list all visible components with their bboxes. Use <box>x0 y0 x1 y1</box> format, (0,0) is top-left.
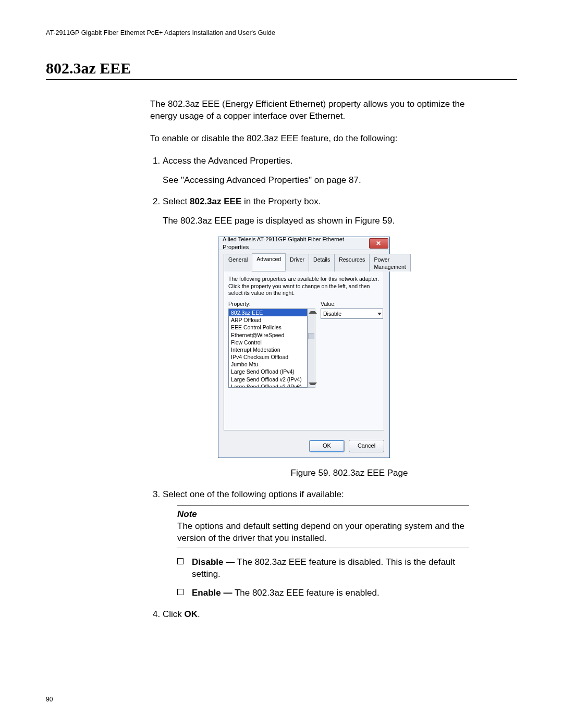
scrollbar-thumb[interactable] <box>308 333 314 339</box>
option-enable: Enable — The 802.3az EEE feature is enab… <box>177 587 484 599</box>
tab-details[interactable]: Details <box>309 254 335 272</box>
properties-dialog: Allied Telesis AT-2911GP Gigabit Fiber E… <box>218 237 390 458</box>
step-2: Select 802.3az EEE in the Property box. … <box>163 196 484 479</box>
tab-advanced[interactable]: Advanced <box>252 253 286 271</box>
list-item[interactable]: EEE Control Policies <box>229 324 307 331</box>
chevron-down-icon <box>377 313 382 315</box>
dialog-titlebar: Allied Telesis AT-2911GP Gigabit Fiber E… <box>218 237 389 250</box>
dialog-body: GeneralAdvancedDriverDetailsResourcesPow… <box>218 250 389 436</box>
step-4-bold: OK <box>185 609 198 619</box>
step-2-bold: 802.3az EEE <box>190 196 241 206</box>
tab-panel-advanced: The following properties are available f… <box>224 272 384 430</box>
ok-button[interactable]: OK <box>309 440 345 452</box>
intro-paragraph-2: To enable or disable the 802.3az EEE fea… <box>150 133 484 145</box>
steps-list: Access the Advanced Properties. See "Acc… <box>150 155 484 621</box>
figure-caption: Figure 59. 802.3az EEE Page <box>215 467 484 479</box>
property-label: Property: <box>228 300 315 307</box>
list-item[interactable]: Ethernet@WireSpeed <box>229 331 307 339</box>
step-2-post: in the Property box. <box>241 196 321 206</box>
step-1-sub: See "Accessing Advanced Properties" on p… <box>163 175 484 187</box>
list-item[interactable]: ARP Offload <box>229 316 307 324</box>
dialog-button-bar: OK Cancel <box>218 436 389 458</box>
list-item[interactable]: Large Send Offload v2 (IPv4) <box>229 376 307 383</box>
value-label: Value: <box>321 300 383 307</box>
step-4: Click OK. <box>163 609 484 621</box>
option-disable: Disable — The 802.3az EEE feature is dis… <box>177 557 484 581</box>
listbox-scrollbar[interactable] <box>308 309 315 388</box>
list-item[interactable]: 802.3az EEE <box>229 309 307 316</box>
document-page: AT-2911GP Gigabit Fiber Ethernet PoE+ Ad… <box>0 0 563 728</box>
options-list: Disable — The 802.3az EEE feature is dis… <box>177 557 484 600</box>
property-listbox[interactable]: 802.3az EEEARP OffloadEEE Control Polici… <box>228 309 308 388</box>
body-column: The 802.3az EEE (Energy Efficient Ethern… <box>150 98 484 621</box>
step-4-post: . <box>198 609 200 619</box>
close-icon[interactable]: ✕ <box>369 238 388 249</box>
note-label: Note <box>177 509 197 519</box>
tab-general[interactable]: General <box>224 254 252 272</box>
figure-59: Allied Telesis AT-2911GP Gigabit Fiber E… <box>218 237 484 458</box>
value-column: Value: Disable <box>321 300 383 388</box>
step-1-text: Access the Advanced Properties. <box>163 156 292 166</box>
option-enable-text: The 802.3az EEE feature is enabled. <box>232 588 379 598</box>
step-4-pre: Click <box>163 609 185 619</box>
dialog-title-text: Allied Telesis AT-2911GP Gigabit Fiber E… <box>223 236 369 251</box>
tab-driver[interactable]: Driver <box>285 254 309 272</box>
dialog-description: The following properties are available f… <box>228 276 380 297</box>
dialog-tabs: GeneralAdvancedDriverDetailsResourcesPow… <box>224 253 384 272</box>
title-rule <box>46 79 517 80</box>
intro-paragraph-1: The 802.3az EEE (Energy Efficient Ethern… <box>150 98 484 122</box>
value-dropdown-text: Disable <box>323 310 341 317</box>
note-rule-top <box>177 505 469 505</box>
page-title: 802.3az EEE <box>46 59 517 77</box>
note-rule-bottom <box>177 548 469 548</box>
step-2-sub: The 802.3az EEE page is displayed as sho… <box>163 215 484 227</box>
list-item[interactable]: Large Send Offload v2 (IPv6) <box>229 383 307 388</box>
property-value-row: Property: 802.3az EEEARP OffloadEEE Cont… <box>228 300 380 388</box>
list-item[interactable]: Large Send Offload (IPv4) <box>229 368 307 375</box>
tab-resources[interactable]: Resources <box>334 254 370 272</box>
option-disable-bold: Disable — <box>192 557 235 567</box>
step-2-pre: Select <box>163 196 190 206</box>
step-1: Access the Advanced Properties. See "Acc… <box>163 155 484 187</box>
step-3: Select one of the following options if a… <box>163 489 484 600</box>
value-dropdown[interactable]: Disable <box>321 309 383 319</box>
note-block: Note The options and default setting dep… <box>177 505 484 548</box>
list-item[interactable]: IPv4 Checksum Offload <box>229 353 307 361</box>
tab-power-management[interactable]: Power Management <box>369 254 410 272</box>
property-listbox-wrap: 802.3az EEEARP OffloadEEE Control Polici… <box>228 309 315 388</box>
note-text: The options and default setting depend o… <box>177 521 484 545</box>
option-enable-bold: Enable — <box>192 588 232 598</box>
list-item[interactable]: Flow Control <box>229 339 307 346</box>
property-column: Property: 802.3az EEEARP OffloadEEE Cont… <box>228 300 315 388</box>
list-item[interactable]: Interrupt Moderation <box>229 346 307 353</box>
step-3-text: Select one of the following options if a… <box>163 489 344 499</box>
running-header: AT-2911GP Gigabit Fiber Ethernet PoE+ Ad… <box>46 29 517 36</box>
list-item[interactable]: Jumbo Mtu <box>229 361 307 368</box>
page-number: 90 <box>46 696 53 703</box>
cancel-button[interactable]: Cancel <box>349 440 384 452</box>
